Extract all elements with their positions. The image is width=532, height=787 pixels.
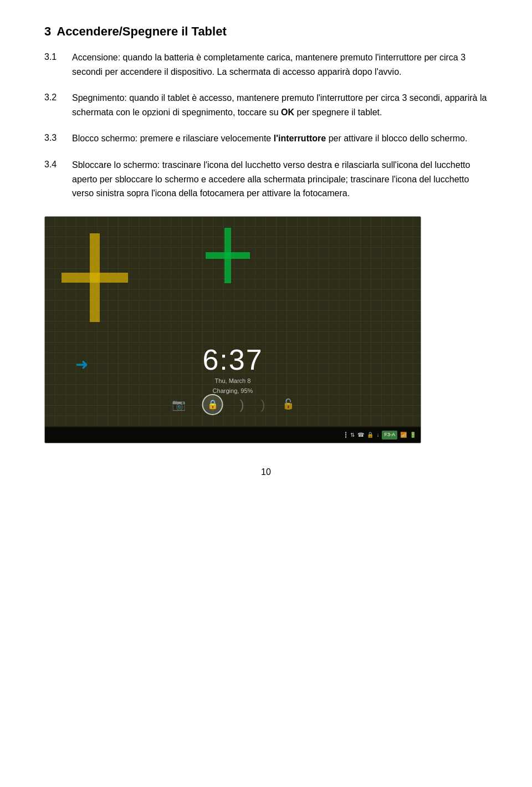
- list-item: 3.2 Spegnimento: quando il tablet è acce…: [44, 91, 488, 119]
- lock-status-icon: 🔒: [367, 431, 374, 439]
- section-number: 3: [44, 22, 51, 40]
- item-number: 3.2: [44, 91, 72, 119]
- page-content: 3 Accendere/Spegnere il Tablet 3.1 Accen…: [44, 22, 488, 479]
- phone-icon: ☎: [357, 431, 364, 439]
- bracket-right2-icon: ): [261, 395, 265, 415]
- tablet-screen: ➜ 6:37 Thu, March 8 Charging, 95% 📷 🔒: [45, 217, 421, 443]
- item-number: 3.1: [44, 50, 72, 79]
- item-text-after: per spegnere il tablet.: [294, 108, 382, 117]
- camera-icon: 📷: [172, 396, 186, 413]
- clock-area: 6:37 Thu, March 8 Charging, 95%: [202, 345, 263, 396]
- cross-green-icon: [206, 228, 250, 283]
- list-item: 3.4 Sbloccare lo schermo: trascinare l'i…: [44, 158, 488, 201]
- item-bold: OK: [281, 108, 294, 117]
- clock-time: 6:37: [202, 345, 263, 374]
- lock-open-icon: 🔓: [282, 397, 294, 412]
- page-number: 10: [44, 466, 488, 479]
- download-icon: ↓: [376, 431, 379, 439]
- screenshot-container: ➜ 6:37 Thu, March 8 Charging, 95% 📷 🔒: [44, 216, 421, 443]
- item-text-after: per attivare il blocco dello schermo.: [326, 134, 467, 143]
- battery-icon: 🔋: [410, 431, 416, 439]
- status-bar: ┇ ⇅ ☎ 🔒 ↓ F3-A 📶 🔋: [45, 427, 421, 443]
- arrow-indicator-icon: ➜: [75, 353, 88, 376]
- item-text-before: Blocco schermo: premere e rilasciare vel…: [72, 134, 274, 143]
- lock-circle-icon: 🔒: [202, 394, 223, 415]
- wifi-icon: 📶: [400, 431, 407, 439]
- list-item: 3.3 Blocco schermo: premere e rilasciare…: [44, 131, 488, 146]
- item-number: 3.4: [44, 158, 72, 201]
- lock-icons-row: 📷 🔒 ) ) 🔓: [172, 394, 294, 415]
- bracket-right-icon: ): [240, 395, 244, 415]
- cross-left-icon: [62, 233, 128, 322]
- list-item: 3.1 Accensione: quando la batteria è com…: [44, 50, 488, 79]
- sync-icon: ⇅: [350, 431, 355, 439]
- f3a-badge: F3-A: [382, 431, 397, 440]
- item-text: Blocco schermo: premere e rilasciare vel…: [72, 131, 467, 146]
- item-text: Spegnimento: quando il tablet è accesso,…: [72, 91, 488, 119]
- item-text: Accensione: quando la batteria è complet…: [72, 50, 488, 79]
- item-bold: l'interruttore: [274, 134, 326, 143]
- item-text: Sbloccare lo schermo: trascinare l'icona…: [72, 158, 488, 201]
- item-number: 3.3: [44, 131, 72, 146]
- item-text-before: Spegnimento: quando il tablet è accesso,…: [72, 93, 487, 117]
- clock-date: Thu, March 8: [202, 376, 263, 386]
- usb-icon: ┇: [344, 431, 347, 439]
- section-body: 3.1 Accensione: quando la batteria è com…: [44, 50, 488, 443]
- section-heading: Accendere/Spegnere il Tablet: [57, 22, 226, 40]
- section-title: 3 Accendere/Spegnere il Tablet: [44, 22, 488, 40]
- lock-icon: 🔒: [207, 398, 218, 411]
